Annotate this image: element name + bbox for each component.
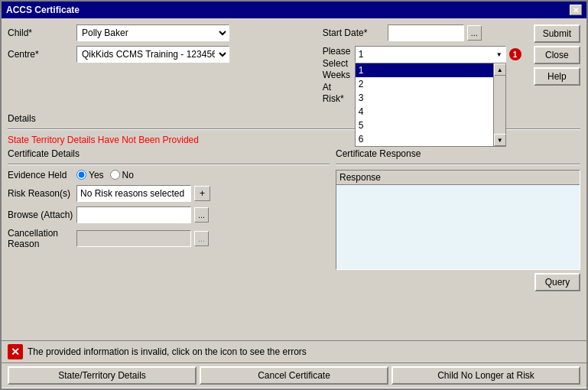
start-date-row: Start Date* 04/06/18 ... bbox=[323, 24, 521, 41]
main-window: ACCS Certificate ✕ Child* Polly Baker Ce… bbox=[0, 0, 588, 390]
certificate-details-label: Certificate Details bbox=[8, 148, 330, 159]
cancellation-controls: ... bbox=[76, 230, 209, 247]
cert-details-divider bbox=[8, 164, 330, 165]
start-date-label: Start Date* bbox=[323, 28, 388, 38]
certificate-details-section: Certificate Details Evidence Held Yes No bbox=[8, 148, 330, 291]
browse-controls: ... bbox=[76, 206, 209, 223]
start-date-picker-button[interactable]: ... bbox=[467, 25, 482, 41]
close-button[interactable]: Close bbox=[534, 46, 580, 64]
risk-reasons-label: Risk Reason(s) bbox=[8, 188, 76, 199]
scroll-up-button[interactable]: ▲ bbox=[494, 63, 506, 76]
weeks-option-2[interactable]: 2 bbox=[356, 77, 493, 91]
query-button[interactable]: Query bbox=[534, 273, 580, 291]
risk-reasons-controls: No Risk reasons selected + bbox=[76, 185, 210, 202]
title-bar: ACCS Certificate ✕ bbox=[2, 2, 586, 18]
query-row: Query bbox=[336, 273, 580, 291]
weeks-options-items: 1 2 3 4 5 6 bbox=[356, 63, 493, 146]
help-button[interactable]: Help bbox=[534, 67, 580, 86]
evidence-label: Evidence Held bbox=[8, 170, 76, 180]
cert-response-label: Certificate Response bbox=[336, 148, 580, 159]
left-fields: Child* Polly Baker Centre* QikKids CCMS … bbox=[8, 24, 317, 110]
centre-select[interactable]: QikKids CCMS Training - 123456 bbox=[76, 46, 229, 63]
risk-reasons-row: Risk Reason(s) No Risk reasons selected … bbox=[8, 185, 330, 202]
content-area: Child* Polly Baker Centre* QikKids CCMS … bbox=[2, 18, 586, 340]
weeks-scrollbar: ▲ ▼ bbox=[493, 63, 505, 146]
submit-button[interactable]: Submit bbox=[534, 24, 580, 43]
weeks-option-5[interactable]: 5 bbox=[356, 119, 493, 132]
cert-response-divider bbox=[336, 164, 580, 165]
risk-reasons-display: No Risk reasons selected bbox=[76, 185, 191, 202]
error-icon[interactable]: ✕ bbox=[8, 344, 23, 359]
cancellation-row: Cancellation Reason ... bbox=[8, 228, 330, 249]
cancellation-label: Cancellation Reason bbox=[8, 228, 76, 249]
error-message: The provided information is invalid, cli… bbox=[28, 346, 307, 357]
child-select[interactable]: Polly Baker bbox=[76, 24, 229, 41]
child-no-longer-button[interactable]: Child No Longer at Risk bbox=[391, 366, 580, 385]
weeks-option-6[interactable]: 6 bbox=[356, 132, 493, 146]
weeks-option-1[interactable]: 1 bbox=[356, 63, 493, 77]
start-date-input[interactable]: 04/06/18 bbox=[388, 24, 464, 41]
evidence-yes-label[interactable]: Yes bbox=[76, 170, 104, 180]
centre-label: Centre* bbox=[8, 49, 76, 60]
bottom-buttons-bar: State/Territory Details Cancel Certifica… bbox=[2, 362, 586, 388]
action-buttons: Submit Close Help bbox=[534, 24, 580, 110]
browse-label: Browse (Attach) bbox=[8, 210, 76, 220]
weeks-select[interactable]: 1 ▼ bbox=[355, 46, 506, 63]
response-content bbox=[336, 185, 580, 269]
browse-row: Browse (Attach) ... bbox=[8, 206, 330, 223]
main-area: Certificate Details Evidence Held Yes No bbox=[8, 148, 580, 291]
weeks-dropdown-container: 1 ▼ 1 1 2 3 4 5 bbox=[355, 46, 521, 63]
evidence-held-row: Evidence Held Yes No bbox=[8, 170, 330, 180]
add-risk-reason-button[interactable]: + bbox=[194, 186, 210, 201]
response-box: Response bbox=[336, 170, 580, 270]
cancellation-input bbox=[76, 230, 191, 247]
child-row: Child* Polly Baker bbox=[8, 24, 317, 41]
notification-badge: 1 bbox=[509, 48, 521, 60]
weeks-option-4[interactable]: 4 bbox=[356, 105, 493, 119]
response-header: Response bbox=[336, 171, 580, 185]
browse-input[interactable] bbox=[76, 206, 191, 223]
weeks-options-list: 1 2 3 4 5 6 ▲ ▼ bbox=[355, 63, 506, 147]
browse-button[interactable]: ... bbox=[194, 207, 209, 223]
window-title: ACCS Certificate bbox=[6, 5, 80, 15]
weeks-label: Please Select Weeks At Risk* bbox=[323, 46, 355, 106]
evidence-radio-group: Yes No bbox=[76, 170, 134, 180]
centre-row: Centre* QikKids CCMS Training - 123456 bbox=[8, 46, 317, 63]
child-label: Child* bbox=[8, 28, 76, 38]
weeks-row: Please Select Weeks At Risk* 1 ▼ 1 bbox=[323, 46, 521, 106]
cancel-certificate-button[interactable]: Cancel Certificate bbox=[200, 366, 388, 385]
weeks-option-3[interactable]: 3 bbox=[356, 91, 493, 105]
error-bar: ✕ The provided information is invalid, c… bbox=[2, 340, 586, 362]
window-close-button[interactable]: ✕ bbox=[570, 5, 582, 15]
cancellation-button: ... bbox=[194, 231, 209, 246]
evidence-no-label[interactable]: No bbox=[110, 170, 134, 180]
evidence-yes-radio[interactable] bbox=[76, 170, 86, 180]
state-territory-button[interactable]: State/Territory Details bbox=[8, 366, 197, 385]
date-weeks-section: Start Date* 04/06/18 ... Please Select W… bbox=[323, 24, 521, 110]
scroll-down-button[interactable]: ▼ bbox=[494, 134, 506, 146]
evidence-no-radio[interactable] bbox=[110, 170, 120, 180]
certificate-response-section: Certificate Response Response Query bbox=[336, 148, 580, 291]
